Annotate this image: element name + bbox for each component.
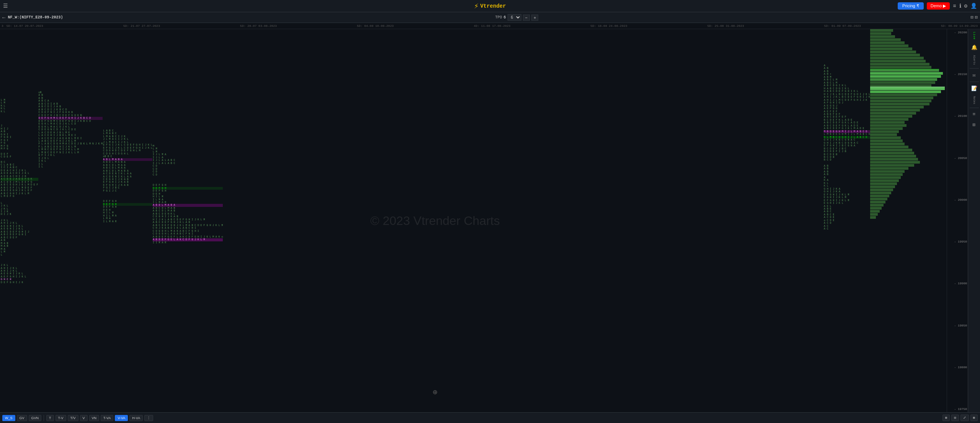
- svg-rect-9: [870, 57, 924, 59]
- expand-view-icon[interactable]: ⤢: [960, 415, 969, 421]
- vn-button[interactable]: VN: [89, 415, 100, 421]
- tpo-row: L M A B C: [103, 132, 152, 135]
- close-view-icon[interactable]: ⊠: [970, 415, 978, 421]
- tpo-row: I I M A R: [153, 241, 223, 244]
- svg-rect-40: [870, 152, 914, 154]
- price-level: - 20150: [948, 72, 967, 76]
- tva-button[interactable]: T-VA: [101, 415, 113, 421]
- tpo-row: A B C D E F: [1, 236, 38, 239]
- hamburger-menu-icon[interactable]: ☰: [3, 3, 8, 9]
- tpo-row: B C: [1, 161, 38, 164]
- menu-icon[interactable]: ≡: [953, 3, 956, 9]
- grid-icon[interactable]: ⊞: [972, 121, 977, 129]
- svg-rect-3: [870, 38, 901, 41]
- tpo-row: E F G I J K L C D E F G H I J K L: [103, 144, 152, 146]
- demo-button[interactable]: Demo ▶: [927, 2, 950, 10]
- list-view-icon[interactable]: ⊟: [951, 415, 959, 421]
- vva-button[interactable]: V-VA: [115, 415, 128, 421]
- tpo-row: A C: [824, 225, 870, 228]
- tpo-row: E F G H I J K L M: [824, 199, 870, 202]
- tv-button[interactable]: T-V: [56, 415, 66, 421]
- tpo-label: TPO: [495, 15, 502, 20]
- expand-icon[interactable]: ⊡: [971, 15, 973, 20]
- t-button[interactable]: T: [46, 415, 54, 421]
- tpo-row: M F G: [1, 145, 38, 148]
- svg-rect-18: [870, 84, 931, 87]
- tpo-row: K L: [1, 107, 38, 110]
- gv-button[interactable]: GV: [17, 415, 27, 421]
- tpo-row: A B D E F G E L A K C D F G J K L M: [153, 238, 223, 241]
- hva-button[interactable]: H-VA: [129, 415, 143, 421]
- svg-rect-50: [870, 182, 897, 185]
- tpo-row: A B C D L M A B: [153, 207, 223, 210]
- svg-rect-44: [870, 164, 914, 167]
- notes-icon[interactable]: 📝: [970, 84, 978, 93]
- tpo-row: A B E: [824, 208, 870, 210]
- tpo-controls: TPO 6 6 − +: [495, 14, 539, 21]
- svg-rect-15: [870, 75, 941, 78]
- t-div-v-button[interactable]: T/V: [68, 415, 78, 421]
- tpo-minus-button[interactable]: −: [523, 15, 530, 21]
- back-arrow-icon[interactable]: ←: [2, 15, 5, 21]
- chart-canvas[interactable]: © 2023 Vtrender Charts L M L M K L K L K…: [0, 29, 870, 412]
- tpo-row: F L A B C D G H I J K L M: [39, 146, 103, 148]
- tpo-row: A H I J K L B C D E F G H I J K: [824, 96, 870, 98]
- tpo-row: A B C E G H J K L M D E F: [1, 184, 38, 186]
- alerts-icon[interactable]: 🔔: [970, 43, 978, 52]
- tpo-row: I J L A L A B C: [153, 159, 223, 162]
- separator-1: [44, 415, 44, 421]
- tpo-row: K L: [1, 110, 38, 113]
- tpo-row: D E F G H: [153, 190, 223, 192]
- crosshair-icon: ⊕: [433, 387, 437, 397]
- tpo-select[interactable]: 6: [508, 14, 521, 21]
- tpo-row: B C D E B: [824, 153, 870, 156]
- tpo-row: D E F G H I J K: [1, 281, 38, 284]
- tpo-row: A H I J K L: [1, 222, 38, 225]
- tpo-row: L M E F G: [1, 195, 38, 198]
- v-button[interactable]: V: [80, 415, 88, 421]
- tpo-row: M F G: [1, 148, 38, 150]
- svg-rect-26: [870, 109, 920, 111]
- notes-label: Notes: [972, 95, 977, 105]
- tpo-row: ◎B: [39, 91, 103, 94]
- tpo-row: A B C E F J L M D E F: [1, 187, 38, 189]
- tpo-row: A B C D I J K B C D: [39, 108, 103, 111]
- svg-rect-53: [870, 192, 891, 194]
- tpo-row: F L A B C D G H M A C D E J B K L M N J …: [39, 143, 103, 145]
- tpo-row: A C D: [824, 222, 870, 225]
- user-icon[interactable]: 👤: [970, 3, 977, 9]
- tpo-row: I C I A B C: [1, 166, 38, 169]
- tpo-row: A B C D E F G H I: [1, 233, 38, 236]
- tpo-plus-button[interactable]: +: [531, 15, 538, 21]
- info-icon[interactable]: ℹ: [959, 3, 961, 9]
- date-label-3: 5D: 04-08 10-08-2023: [356, 24, 394, 28]
- tpo-row: C H J K A B D I K L A B C H I: [153, 227, 223, 230]
- tpo-row: A D E A C H I J K L: [1, 172, 38, 175]
- tpo-row: A C D E J M L D E F G: [1, 181, 38, 184]
- settings-icon[interactable]: ⚙: [964, 3, 967, 9]
- tpo-row: F G: [1, 142, 38, 144]
- svg-rect-63: [870, 69, 939, 69]
- tpo-row: A B C D E F G H J K L A B: [153, 221, 223, 224]
- tpo-row: D E H: [103, 209, 152, 212]
- tpo-row: A B C: [824, 210, 870, 213]
- tpo-row: J L M A C I J K L: [103, 138, 152, 141]
- tpo-row: A B: [1, 130, 38, 133]
- ws-button[interactable]: W_S: [2, 415, 15, 421]
- pricing-button[interactable]: Pricing ₹: [898, 2, 924, 10]
- email-icon[interactable]: ✉: [972, 71, 977, 79]
- tpo-row: A B C L M: [824, 82, 870, 84]
- svg-rect-13: [870, 69, 939, 72]
- more-button[interactable]: ⋮: [144, 415, 153, 421]
- tpo-row: L M: [153, 151, 223, 153]
- svg-rect-20: [870, 90, 941, 93]
- tpo-row: H I L M: [103, 212, 152, 214]
- fullscreen-icon[interactable]: ⊡: [975, 15, 978, 20]
- grid-view-icon[interactable]: ⊞: [942, 415, 950, 421]
- tpo-row: F G I J B C: [103, 187, 152, 189]
- tpo-row: A F G H I G J: [824, 102, 870, 104]
- list-icon[interactable]: ≡: [972, 110, 977, 118]
- tpo-row: B C D E F K L A D E: [824, 119, 870, 121]
- tpo-row: A B C D E F G H J K L M A B C D E F G H …: [153, 224, 223, 227]
- gvn-button[interactable]: GVN: [29, 415, 42, 421]
